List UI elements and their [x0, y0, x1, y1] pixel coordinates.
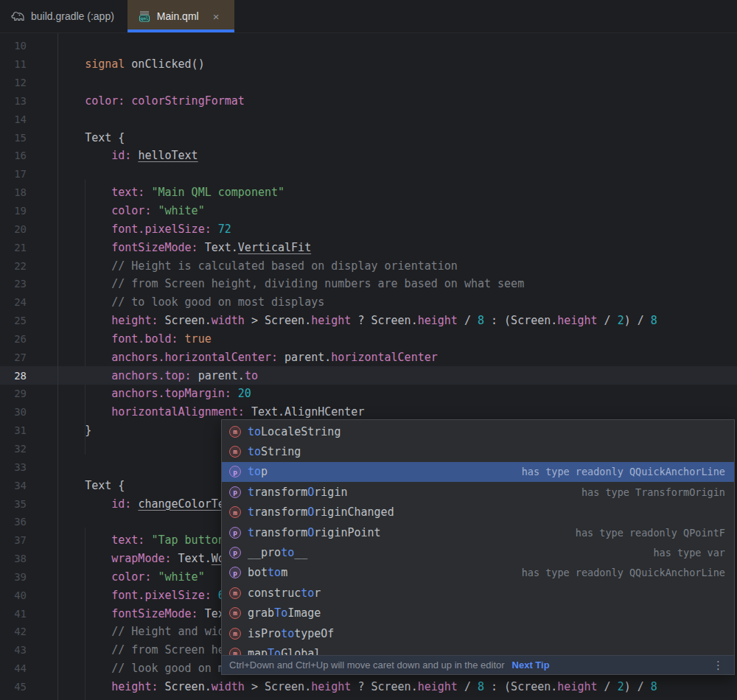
kebab-menu-icon[interactable]: ⋮: [710, 659, 727, 671]
code-line[interactable]: 17: [0, 165, 737, 183]
close-tab-icon[interactable]: ×: [211, 10, 222, 23]
code-line[interactable]: 13 color: colorStringFormat: [0, 92, 737, 111]
gutter-line-number[interactable]: 26: [0, 333, 27, 345]
gutter-line-number[interactable]: 19: [0, 205, 27, 217]
completion-item[interactable]: p__proto__has type var: [222, 542, 734, 562]
tab-main-qml[interactable]: qml Main.qml ×: [128, 0, 235, 32]
gutter-line-number[interactable]: 35: [0, 498, 27, 510]
gutter-line-number[interactable]: 27: [0, 351, 27, 363]
code-line[interactable]: 19 color: "white": [0, 202, 737, 220]
completion-item[interactable]: mmapToGlobal: [222, 643, 734, 655]
tab-label: build.gradle (:app): [31, 10, 114, 22]
gutter-line-number[interactable]: 25: [0, 315, 27, 326]
completion-item[interactable]: mtoString: [222, 441, 734, 461]
code-line[interactable]: 12: [0, 74, 737, 92]
gutter-line-number[interactable]: 18: [0, 186, 27, 198]
code-line[interactable]: 23 // from Screen height, dividing numbe…: [0, 275, 737, 293]
completion-label: toString: [248, 445, 301, 458]
code-line[interactable]: 25 height: Screen.width > Screen.height …: [0, 312, 737, 330]
gutter-line-number[interactable]: 38: [0, 553, 27, 564]
gutter-line-number[interactable]: 39: [0, 571, 27, 583]
completion-item[interactable]: mconstructor: [222, 583, 734, 603]
completion-item[interactable]: ptophas type readonly QQuickAnchorLine: [222, 462, 734, 482]
code-text: anchors.horizontalCenter: parent.horizon…: [58, 351, 438, 364]
method-icon: m: [229, 607, 241, 619]
code-line[interactable]: 30 horizontalAlignment: Text.AlignHCente…: [0, 403, 737, 421]
code-line[interactable]: 24 // to look good on most displays: [0, 293, 737, 312]
gutter-line-number[interactable]: 37: [0, 534, 27, 546]
completion-item[interactable]: mgrabToImage: [222, 603, 734, 623]
gutter-line-number[interactable]: 16: [0, 150, 27, 161]
gutter-line-number[interactable]: 41: [0, 608, 27, 620]
method-icon: m: [229, 628, 241, 640]
code-text: font.pixelSize: 64: [58, 589, 231, 602]
completion-item[interactable]: ptransformOriginhas type TransformOrigin: [222, 482, 734, 502]
code-text: }: [58, 424, 91, 437]
code-line[interactable]: 27 anchors.horizontalCenter: parent.hori…: [0, 348, 737, 366]
gutter-line-number[interactable]: 14: [0, 113, 27, 125]
completion-type-hint: has type TransformOrigin: [581, 486, 725, 498]
gutter-line-number[interactable]: 31: [0, 424, 27, 436]
code-text: Text {: [58, 131, 125, 144]
code-text: id: changeColorText: [58, 497, 238, 511]
autocomplete-popup: mtoLocaleStringmtoStringptophas type rea…: [221, 419, 735, 675]
code-line[interactable]: 26 font.bold: true: [0, 330, 737, 349]
tab-label: Main.qml: [157, 10, 199, 22]
code-text: fontSizeMode: Text.VerticalFit: [58, 241, 311, 254]
completion-item[interactable]: misPrototypeOf: [222, 623, 734, 643]
gutter-line-number[interactable]: 10: [0, 40, 27, 52]
gutter-line-number[interactable]: 36: [0, 516, 27, 528]
gutter-line-number[interactable]: 42: [0, 626, 27, 637]
gutter-line-number[interactable]: 17: [0, 168, 27, 180]
gutter-line-number[interactable]: 29: [0, 388, 27, 399]
completion-list: mtoLocaleStringmtoStringptophas type rea…: [222, 420, 734, 655]
gutter-line-number[interactable]: 28: [0, 370, 27, 382]
code-line[interactable]: 18 text: "Main QML component": [0, 183, 737, 202]
next-tip-link[interactable]: Next Tip: [512, 659, 550, 671]
code-text: // from Screen height, dividing numbers …: [58, 277, 524, 290]
gutter-line-number[interactable]: 21: [0, 242, 27, 253]
code-text: // to look good on most displays: [58, 295, 324, 309]
code-line[interactable]: 29 anchors.topMargin: 20: [0, 385, 737, 403]
code-line[interactable]: 46 font.bold: true: [0, 696, 737, 700]
gutter-line-number[interactable]: 11: [0, 58, 27, 70]
code-editor[interactable]: 1011 signal onClicked()1213 color: color…: [0, 33, 737, 700]
gutter-line-number[interactable]: 15: [0, 132, 27, 144]
gutter-line-number[interactable]: 23: [0, 278, 27, 290]
code-text: signal onClicked(): [58, 57, 205, 71]
code-line[interactable]: 21 fontSizeMode: Text.VerticalFit: [0, 238, 737, 256]
gutter-line-number[interactable]: 45: [0, 681, 27, 693]
code-line[interactable]: 45 height: Screen.width > Screen.height …: [0, 678, 737, 696]
code-line-current[interactable]: 28 anchors.top: parent.to: [0, 366, 737, 385]
code-line[interactable]: 14: [0, 110, 737, 128]
gutter-line-number[interactable]: 13: [0, 95, 27, 107]
code-line[interactable]: 16 id: helloText: [0, 147, 737, 165]
method-icon: m: [229, 426, 241, 438]
code-line[interactable]: 20 font.pixelSize: 72: [0, 220, 737, 238]
completion-item[interactable]: mtransformOriginChanged: [222, 503, 734, 522]
gutter-line-number[interactable]: 20: [0, 223, 27, 235]
gutter-line-number[interactable]: 24: [0, 296, 27, 308]
code-line[interactable]: 15 Text {: [0, 128, 737, 147]
completion-label: mapToGlobal: [248, 647, 321, 655]
code-line[interactable]: 11 signal onClicked(): [0, 55, 737, 74]
gutter-line-number[interactable]: 44: [0, 662, 27, 674]
code-text: color: colorStringFormat: [58, 94, 245, 108]
completion-label: toLocaleString: [248, 425, 340, 438]
gutter-line-number[interactable]: 22: [0, 260, 27, 272]
gutter-line-number[interactable]: 33: [0, 461, 27, 473]
gutter-line-number[interactable]: 32: [0, 443, 27, 455]
completion-item[interactable]: mtoLocaleString: [222, 421, 734, 441]
gutter-line-number[interactable]: 30: [0, 406, 27, 418]
code-line[interactable]: 10: [0, 37, 737, 55]
gutter-line-number[interactable]: 34: [0, 480, 27, 491]
gutter-line-number[interactable]: 43: [0, 644, 27, 656]
gutter-line-number[interactable]: 12: [0, 77, 27, 88]
gutter-line-number[interactable]: 40: [0, 589, 27, 601]
code-line[interactable]: 22 // Height is calculated based on disp…: [0, 256, 737, 275]
tab-build-gradle[interactable]: build.gradle (:app): [0, 0, 128, 32]
code-text: text: "Tap button": [58, 533, 231, 547]
completion-item[interactable]: pbottomhas type readonly QQuickAnchorLin…: [222, 563, 734, 583]
code-text: color: "white": [58, 570, 205, 584]
completion-item[interactable]: ptransformOriginPointhas type readonly Q…: [222, 522, 734, 542]
